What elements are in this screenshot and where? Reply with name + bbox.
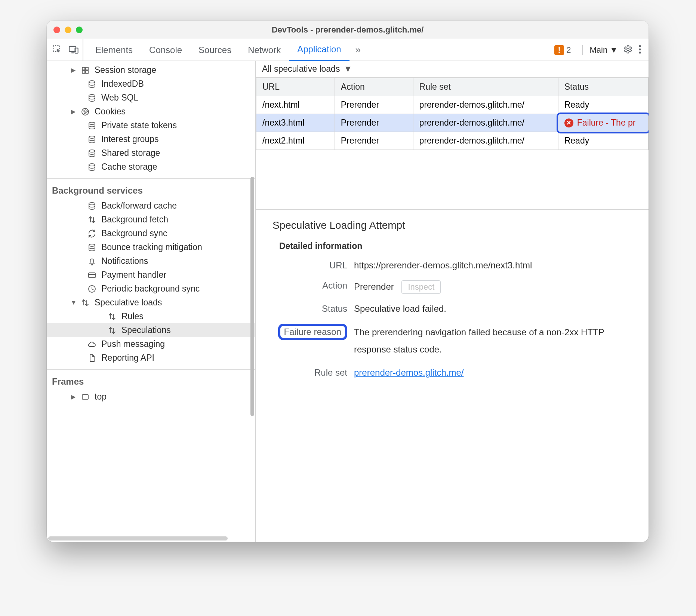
kebab-icon[interactable] <box>638 44 642 56</box>
col-status[interactable]: Status <box>558 78 648 96</box>
details-action-value: Prerender <box>354 281 394 292</box>
svg-point-20 <box>89 163 95 166</box>
details-failure-label: Failure reason <box>278 324 347 340</box>
svg-rect-2 <box>75 48 78 53</box>
sidebar-storage-item-1[interactable]: IndexedDB <box>47 77 255 91</box>
target-selector[interactable]: Main ▼ <box>582 45 618 55</box>
zoom-window-button[interactable] <box>76 27 83 33</box>
cell-action: Prerender <box>335 114 413 132</box>
expand-caret-icon[interactable]: ▶ <box>71 108 76 115</box>
svg-rect-25 <box>82 395 88 399</box>
sidebar-frame-item-0[interactable]: ▶top <box>47 390 255 404</box>
cell-status: Ready <box>558 132 648 150</box>
main-panel: All speculative loads ▼ URL Action Rule … <box>256 61 649 542</box>
col-url[interactable]: URL <box>256 78 335 96</box>
tabs-group: Elements Console Sources Network Applica… <box>83 39 349 61</box>
tab-elements[interactable]: Elements <box>87 39 141 61</box>
sidebar-horizontal-scrollbar[interactable] <box>48 536 228 540</box>
grid-icon <box>80 65 90 75</box>
row-label: Private state tokens <box>101 120 177 130</box>
row-label: Periodic background sync <box>101 284 200 294</box>
sidebar-bg-item-5[interactable]: Payment handler <box>47 268 255 282</box>
svg-point-17 <box>89 122 95 124</box>
inspect-button[interactable]: Inspect <box>401 280 441 294</box>
details-failure-value: The prerendering navigation failed becau… <box>354 324 632 358</box>
sidebar-bg-item-9[interactable]: Reporting API <box>47 351 255 365</box>
traffic-lights[interactable] <box>53 27 83 33</box>
db-icon <box>87 201 97 211</box>
svg-point-14 <box>84 111 84 111</box>
cell-status: ✕Failure - The pr <box>558 114 648 132</box>
tab-sources[interactable]: Sources <box>190 39 240 61</box>
issues-count: 2 <box>566 45 571 55</box>
row-label: IndexedDB <box>101 79 144 89</box>
sidebar-storage-item-3[interactable]: ▶Cookies <box>47 105 255 118</box>
sidebar-storage-item-0[interactable]: ▶Session storage <box>47 63 255 77</box>
issues-badge[interactable]: ! 2 <box>554 45 571 55</box>
table-row[interactable]: /next3.htmlPrerenderprerender-demos.glit… <box>256 114 649 132</box>
col-action[interactable]: Action <box>335 78 413 96</box>
expand-caret-icon[interactable]: ▶ <box>71 67 76 74</box>
table-row[interactable]: /next2.htmlPrerenderprerender-demos.glit… <box>256 132 649 150</box>
doc-icon <box>87 353 97 363</box>
svg-point-19 <box>89 150 95 152</box>
row-label: top <box>95 392 107 402</box>
svg-point-12 <box>89 94 95 96</box>
sidebar-storage-item-6[interactable]: Shared storage <box>47 146 255 160</box>
bell-icon <box>87 256 97 266</box>
sidebar-storage-item-7[interactable]: Cache storage <box>47 160 255 174</box>
sidebar-scrollbar[interactable] <box>250 177 254 416</box>
tab-application[interactable]: Application <box>289 39 349 61</box>
filter-label: All speculative loads <box>262 64 340 74</box>
sidebar-bg-item-7[interactable]: ▼Speculative loads <box>47 296 255 309</box>
tab-network[interactable]: Network <box>240 39 289 61</box>
svg-point-18 <box>89 136 95 138</box>
table-row[interactable]: /next.htmlPrerenderprerender-demos.glitc… <box>256 96 649 114</box>
cell-ruleset: prerender-demos.glitch.me/ <box>413 132 558 150</box>
inspect-element-icon[interactable] <box>52 44 62 56</box>
sidebar-bg-child-7-1[interactable]: Speculations <box>47 323 255 337</box>
panel-tabs-bar: Elements Console Sources Network Applica… <box>47 39 649 61</box>
svg-point-16 <box>84 113 85 114</box>
sidebar-storage-item-2[interactable]: Web SQL <box>47 91 255 105</box>
row-label: Push messaging <box>101 339 165 349</box>
sidebar-bg-item-1[interactable]: Background fetch <box>47 213 255 227</box>
expand-caret-icon[interactable]: ▼ <box>71 299 76 306</box>
sidebar-bg-item-6[interactable]: Periodic background sync <box>47 282 255 296</box>
updown-icon <box>87 215 97 225</box>
row-label: Interest groups <box>101 134 158 144</box>
sidebar-bg-item-8[interactable]: Push messaging <box>47 337 255 351</box>
row-label: Bounce tracking mitigation <box>101 242 202 252</box>
tab-console[interactable]: Console <box>141 39 190 61</box>
details-action-label: Action <box>272 280 347 291</box>
sidebar-storage-item-4[interactable]: Private state tokens <box>47 118 255 132</box>
sidebar-bg-item-0[interactable]: Back/forward cache <box>47 199 255 213</box>
details-status-label: Status <box>272 304 347 314</box>
expand-caret-icon[interactable]: ▶ <box>71 393 76 400</box>
updown-icon <box>107 326 117 335</box>
row-label: Speculative loads <box>95 298 162 308</box>
svg-rect-7 <box>82 67 85 70</box>
filter-bar[interactable]: All speculative loads ▼ <box>256 61 649 78</box>
db-icon <box>87 79 97 89</box>
sidebar-bg-item-2[interactable]: Background sync <box>47 227 255 240</box>
details-ruleset-link[interactable]: prerender-demos.glitch.me/ <box>354 367 464 378</box>
target-label: Main <box>590 45 608 55</box>
cell-action: Prerender <box>335 96 413 114</box>
minimize-window-button[interactable] <box>65 27 71 33</box>
tab-more-icon[interactable]: » <box>349 44 367 56</box>
sidebar-bg-item-3[interactable]: Bounce tracking mitigation <box>47 240 255 254</box>
db-icon <box>87 93 97 103</box>
details-subheading: Detailed information <box>279 241 632 251</box>
svg-point-15 <box>86 112 86 113</box>
col-ruleset[interactable]: Rule set <box>413 78 558 96</box>
sidebar-storage-item-5[interactable]: Interest groups <box>47 132 255 146</box>
sidebar-bg-child-7-0[interactable]: Rules <box>47 309 255 323</box>
settings-icon[interactable] <box>623 44 633 56</box>
sidebar-bg-item-4[interactable]: Notifications <box>47 254 255 268</box>
device-toolbar-icon[interactable] <box>68 44 79 56</box>
svg-rect-23 <box>89 273 95 278</box>
close-window-button[interactable] <box>53 27 60 33</box>
svg-point-3 <box>627 48 629 50</box>
chevron-down-icon: ▼ <box>344 64 352 74</box>
